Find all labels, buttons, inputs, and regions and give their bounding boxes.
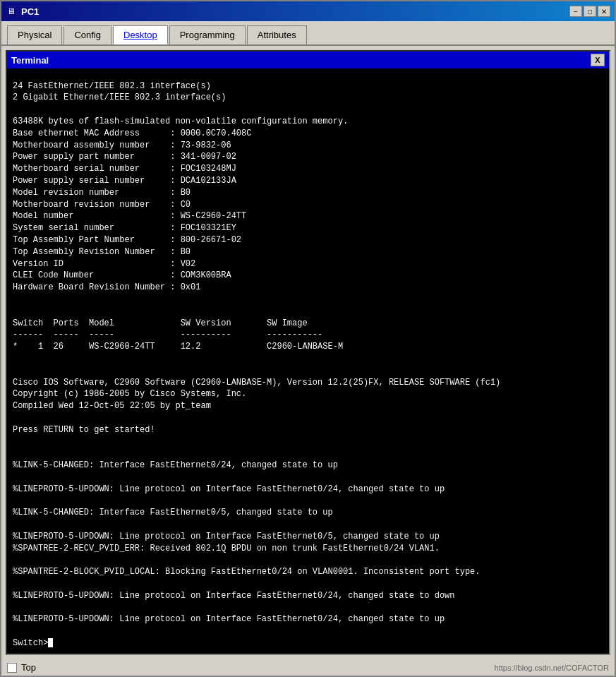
terminal-close-button[interactable]: X xyxy=(591,54,605,66)
terminal-line xyxy=(13,495,603,507)
terminal-line xyxy=(13,448,603,460)
terminal-line: %LINEPROTO-5-UPDOWN: Line protocol on In… xyxy=(13,484,603,496)
terminal-line: Switch> xyxy=(13,637,603,649)
terminal-line xyxy=(13,412,603,424)
status-url: https://blog.csdn.net/COFACTOR xyxy=(495,664,609,672)
terminal-line: %LINK-5-CHANGED: Interface FastEthernet0… xyxy=(13,460,603,472)
terminal-line: Motherboard assembly number : 73-9832-06 xyxy=(13,140,603,152)
terminal-line: Version ID : V02 xyxy=(13,258,603,270)
terminal-line xyxy=(13,472,603,484)
terminal-line xyxy=(13,104,603,116)
terminal-line: Switch Ports Model SW Version SW Image xyxy=(13,318,603,330)
terminal-line: Press RETURN to get started! xyxy=(13,424,603,436)
terminal-line xyxy=(13,353,603,365)
terminal-line xyxy=(13,554,603,566)
terminal-line: 2 Gigabit Ethernet/IEEE 802.3 interface(… xyxy=(13,92,603,104)
maximize-button[interactable]: □ xyxy=(584,6,596,17)
terminal-line xyxy=(13,625,603,637)
terminal-line: Power supply serial number : DCA102133JA xyxy=(13,175,603,187)
terminal-line: Motherboard serial number : FOC103248MJ xyxy=(13,163,603,175)
terminal-line: Top Assembly Revision Number : B0 xyxy=(13,246,603,258)
tab-desktop[interactable]: Desktop xyxy=(113,25,168,44)
terminal-line: %SPANTREE-2-BLOCK_PVID_LOCAL: Blocking F… xyxy=(13,566,603,578)
terminal-line xyxy=(13,294,603,306)
terminal-line xyxy=(13,602,603,614)
terminal-line: Copyright (c) 1986-2005 by Cisco Systems… xyxy=(13,388,603,400)
terminal-line: Base ethernet MAC Address : 0000.0C70.40… xyxy=(13,128,603,140)
terminal-line: %LINK-5-CHANGED: Interface FastEthernet0… xyxy=(13,507,603,519)
terminal-line xyxy=(13,306,603,318)
status-bar: Top https://blog.csdn.net/COFACTOR xyxy=(1,659,615,676)
status-left: Top xyxy=(7,662,36,673)
terminal-title-bar: Terminal X xyxy=(7,52,609,68)
terminal-line: %LINEPROTO-5-UPDOWN: Line protocol on In… xyxy=(13,613,603,625)
tab-programming[interactable]: Programming xyxy=(169,25,246,44)
main-window: 🖥 PC1 − □ ✕ Physical Config Desktop Prog… xyxy=(0,0,616,677)
terminal-line: Power supply part number : 341-0097-02 xyxy=(13,151,603,163)
terminal-line xyxy=(13,68,603,80)
terminal-window: Terminal X Compiled Wed 12-Oct-05 22:05 … xyxy=(6,50,610,655)
terminal-cursor xyxy=(48,638,53,647)
terminal-line: Cisco IOS Software, C2960 Software (C296… xyxy=(13,377,603,389)
terminal-line: Model revision number : B0 xyxy=(13,187,603,199)
terminal-line: 24 FastEthernet/IEEE 802.3 interface(s) xyxy=(13,80,603,92)
terminal-line xyxy=(13,436,603,448)
terminal-line: ------ ----- ----- ---------- ----------… xyxy=(13,329,603,341)
window-title: PC1 xyxy=(21,6,39,17)
top-label: Top xyxy=(21,662,36,673)
terminal-line: Hardware Board Revision Number : 0x01 xyxy=(13,282,603,294)
close-button[interactable]: ✕ xyxy=(598,6,610,17)
terminal-title-label: Terminal xyxy=(11,55,49,66)
terminal-line: CLEI Code Number : COM3K00BRA xyxy=(13,270,603,282)
terminal-line: Motherboard revision number : C0 xyxy=(13,199,603,211)
terminal-line: System serial number : FOC103321EY xyxy=(13,222,603,234)
terminal-line: Top Assembly Part Number : 800-26671-02 xyxy=(13,234,603,246)
terminal-body[interactable]: Compiled Wed 12-Oct-05 22:05 by pt_teamI… xyxy=(7,68,609,654)
window-icon: 🖥 xyxy=(6,6,17,17)
terminal-line: %SPANTREE-2-RECV_PVID_ERR: Received 802.… xyxy=(13,543,603,555)
top-checkbox[interactable] xyxy=(7,663,17,673)
terminal-line: 63488K bytes of flash-simulated non-vola… xyxy=(13,116,603,128)
terminal-line: %LINEPROTO-5-UPDOWN: Line protocol on In… xyxy=(13,531,603,543)
terminal-line: %LINEPROTO-5-UPDOWN: Line protocol on In… xyxy=(13,590,603,602)
tab-attributes[interactable]: Attributes xyxy=(247,25,307,44)
terminal-line xyxy=(13,365,603,377)
terminal-line xyxy=(13,519,603,531)
minimize-button[interactable]: − xyxy=(569,6,582,17)
window-controls: − □ ✕ xyxy=(569,6,610,17)
tab-bar: Physical Config Desktop Programming Attr… xyxy=(1,21,615,46)
terminal-line xyxy=(13,578,603,590)
terminal-line: Compiled Wed 12-Oct-05 22:05 by pt_team xyxy=(13,400,603,412)
content-area: Terminal X Compiled Wed 12-Oct-05 22:05 … xyxy=(1,46,615,659)
tab-physical[interactable]: Physical xyxy=(7,25,62,44)
terminal-line: Model number : WS-C2960-24TT xyxy=(13,210,603,222)
terminal-line: * 1 26 WS-C2960-24TT 12.2 C2960-LANBASE-… xyxy=(13,341,603,353)
title-bar: 🖥 PC1 − □ ✕ xyxy=(1,1,615,21)
title-bar-left: 🖥 PC1 xyxy=(6,6,39,17)
tab-config[interactable]: Config xyxy=(64,25,111,44)
